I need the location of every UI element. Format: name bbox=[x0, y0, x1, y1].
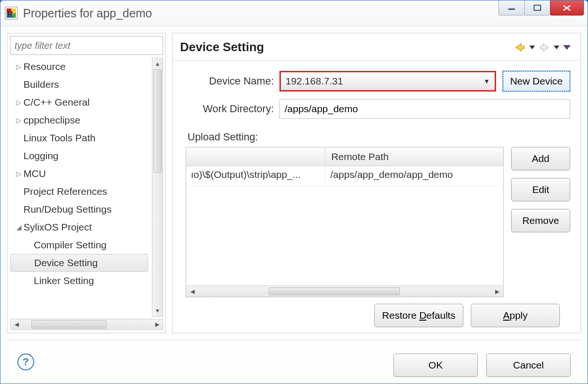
tree-item-resource[interactable]: ▷Resource bbox=[10, 58, 148, 76]
chevron-down-icon: ▼ bbox=[483, 77, 490, 85]
tree-item-device-setting[interactable]: Device Setting bbox=[10, 254, 148, 272]
table-row[interactable]: ıo)\$(Output)\strip\app_... /apps/app_de… bbox=[186, 166, 503, 186]
nav-menu-button[interactable] bbox=[563, 44, 571, 51]
expand-icon[interactable]: ▷ bbox=[14, 63, 23, 70]
tree-item-linux-tools[interactable]: Linux Tools Path bbox=[10, 129, 148, 147]
tree-item-compiler-setting[interactable]: Compiler Setting bbox=[10, 236, 148, 254]
scroll-up-icon[interactable]: ▲ bbox=[152, 58, 163, 69]
svg-rect-2 bbox=[508, 8, 515, 10]
tree-label: Resource bbox=[23, 61, 66, 72]
tree-label: MCU bbox=[23, 168, 46, 179]
add-button[interactable]: Add bbox=[511, 147, 570, 170]
expand-icon[interactable]: ▷ bbox=[14, 99, 23, 106]
nav-forward-button[interactable] bbox=[538, 42, 550, 53]
device-name-combo[interactable]: 192.168.7.31 ▼ bbox=[279, 71, 496, 92]
scroll-thumb[interactable] bbox=[153, 69, 162, 173]
tree-label: Project References bbox=[23, 186, 107, 197]
table-cell-local: ıo)\$(Output)\strip\app_... bbox=[186, 166, 325, 185]
table-header-local[interactable] bbox=[186, 147, 325, 166]
scroll-thumb[interactable] bbox=[269, 287, 400, 295]
nav-forward-menu[interactable] bbox=[553, 45, 560, 50]
tree-label: Logging bbox=[23, 150, 59, 161]
table-header-remote[interactable]: Remote Path bbox=[325, 147, 503, 166]
filter-input[interactable] bbox=[10, 36, 163, 55]
page-title: Device Setting bbox=[180, 40, 264, 54]
scroll-right-icon[interactable]: ▶ bbox=[491, 288, 503, 295]
svg-rect-3 bbox=[534, 5, 541, 10]
tree-item-sylixos[interactable]: ◢SylixOS Project bbox=[10, 218, 148, 236]
tree-label: Builders bbox=[23, 79, 59, 90]
device-name-label: Device Name: bbox=[186, 75, 279, 87]
tree-item-project-refs[interactable]: Project References bbox=[10, 183, 148, 200]
expand-icon[interactable]: ▷ bbox=[14, 116, 23, 124]
tree-label: Linux Tools Path bbox=[23, 132, 96, 144]
remove-button[interactable]: Remove bbox=[511, 209, 570, 232]
scroll-thumb[interactable] bbox=[31, 320, 106, 329]
category-tree[interactable]: ▷Resource Builders ▷C/C++ General ▷cppch… bbox=[10, 58, 151, 317]
tree-label: Linker Setting bbox=[34, 275, 94, 286]
tree-item-run-debug[interactable]: Run/Debug Settings bbox=[10, 200, 148, 218]
scroll-left-icon[interactable]: ◀ bbox=[186, 288, 198, 295]
sidebar-vertical-scrollbar[interactable]: ▲ ▼ bbox=[152, 58, 163, 317]
help-icon[interactable]: ? bbox=[17, 353, 34, 370]
sidebar: ▷Resource Builders ▷C/C++ General ▷cppch… bbox=[7, 33, 166, 333]
tree-label: cppcheclipse bbox=[23, 115, 80, 126]
app-icon: R bbox=[4, 6, 18, 20]
tree-item-mcu[interactable]: ▷MCU bbox=[10, 165, 148, 183]
close-button[interactable] bbox=[550, 0, 584, 15]
tree-item-cppcheclipse[interactable]: ▷cppcheclipse bbox=[10, 111, 148, 129]
sidebar-horizontal-scrollbar[interactable]: ◀ ▶ bbox=[10, 319, 163, 330]
upload-table[interactable]: Remote Path ıo)\$(Output)\strip\app_... … bbox=[186, 147, 504, 297]
cancel-button[interactable]: Cancel bbox=[486, 353, 571, 377]
tree-label: SylixOS Project bbox=[23, 222, 92, 233]
nav-back-button[interactable] bbox=[514, 42, 526, 53]
expand-icon[interactable]: ▷ bbox=[14, 170, 23, 177]
work-dir-label: Work Directory: bbox=[186, 103, 279, 115]
new-device-button[interactable]: New Device bbox=[503, 71, 570, 92]
ok-button[interactable]: OK bbox=[393, 353, 478, 377]
device-name-value: 192.168.7.31 bbox=[286, 76, 343, 87]
tree-item-linker-setting[interactable]: Linker Setting bbox=[10, 272, 148, 290]
tree-item-builders[interactable]: Builders bbox=[10, 76, 148, 93]
table-cell-remote: /apps/app_demo/app_demo bbox=[325, 166, 503, 185]
scroll-down-icon[interactable]: ▼ bbox=[152, 305, 163, 316]
svg-text:R: R bbox=[7, 9, 14, 19]
apply-button[interactable]: Apply bbox=[471, 304, 560, 327]
restore-defaults-button[interactable]: Restore Defaults bbox=[374, 304, 463, 327]
tree-label: Run/Debug Settings bbox=[23, 204, 112, 215]
scroll-left-icon[interactable]: ◀ bbox=[11, 321, 22, 328]
scroll-right-icon[interactable]: ▶ bbox=[151, 321, 163, 328]
tree-item-c-cpp-general[interactable]: ▷C/C++ General bbox=[10, 93, 148, 111]
main-panel: Device Setting Device Name: bbox=[172, 33, 581, 333]
titlebar: R Properties for app_demo bbox=[0, 0, 588, 26]
nav-back-menu[interactable] bbox=[529, 45, 535, 50]
minimize-button[interactable] bbox=[498, 0, 525, 15]
edit-button[interactable]: Edit bbox=[511, 178, 570, 201]
collapse-icon[interactable]: ◢ bbox=[14, 223, 23, 231]
tree-label: C/C++ General bbox=[23, 97, 90, 108]
window-frame: R Properties for app_demo ▷Resource Buil… bbox=[0, 0, 588, 384]
tree-label: Compiler Setting bbox=[34, 239, 106, 251]
window-title: Properties for app_demo bbox=[23, 7, 152, 20]
work-directory-input[interactable] bbox=[279, 99, 570, 119]
maximize-button[interactable] bbox=[524, 0, 550, 15]
table-horizontal-scrollbar[interactable]: ◀ ▶ bbox=[186, 285, 503, 297]
tree-label: Device Setting bbox=[34, 257, 98, 269]
tree-item-logging[interactable]: Logging bbox=[10, 147, 148, 165]
upload-setting-label: Upload Setting: bbox=[188, 131, 570, 143]
